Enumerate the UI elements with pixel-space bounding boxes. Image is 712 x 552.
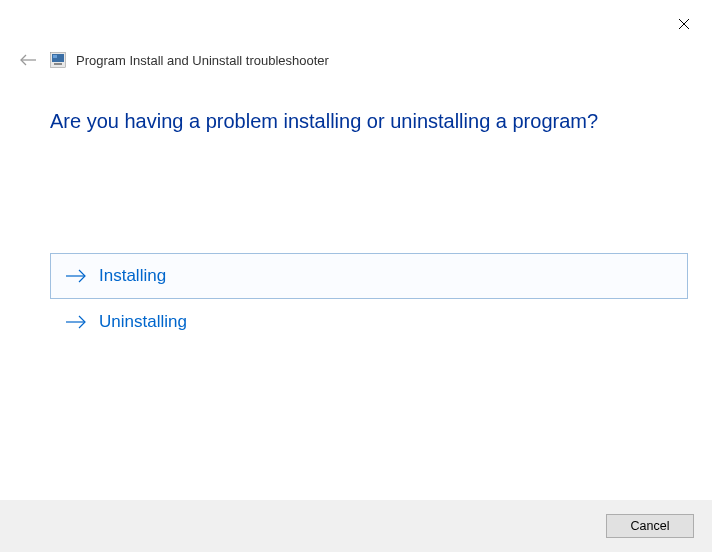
options-list: Installing Uninstalling	[50, 253, 688, 345]
option-label: Uninstalling	[99, 312, 187, 332]
close-icon	[678, 18, 690, 30]
close-button[interactable]	[674, 14, 694, 34]
cancel-button[interactable]: Cancel	[606, 514, 694, 538]
option-uninstalling[interactable]: Uninstalling	[50, 299, 688, 345]
back-arrow-icon	[19, 53, 37, 67]
troubleshooter-app-icon	[50, 52, 66, 68]
option-label: Installing	[99, 266, 166, 286]
back-button[interactable]	[16, 48, 40, 72]
arrow-right-icon	[65, 313, 87, 331]
main-content: Are you having a problem installing or u…	[50, 110, 688, 345]
option-installing[interactable]: Installing	[50, 253, 688, 299]
arrow-right-icon	[65, 267, 87, 285]
footer-bar: Cancel	[0, 500, 712, 552]
app-title: Program Install and Uninstall troublesho…	[76, 53, 329, 68]
question-heading: Are you having a problem installing or u…	[50, 110, 688, 133]
svg-rect-6	[54, 63, 62, 65]
header-bar: Program Install and Uninstall troublesho…	[16, 48, 329, 72]
svg-rect-5	[53, 55, 57, 58]
